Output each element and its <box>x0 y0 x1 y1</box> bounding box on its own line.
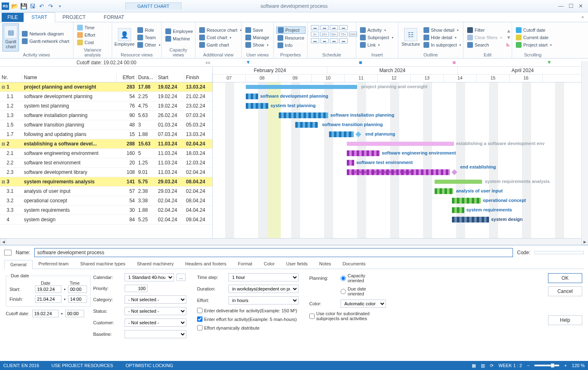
gantt-bar[interactable] <box>452 217 489 222</box>
duedate-radio[interactable]: Due date oriented <box>341 286 369 296</box>
open-icon[interactable]: 📂 <box>11 2 18 10</box>
manage-view-button[interactable]: Manage <box>244 34 270 41</box>
customer-select[interactable]: - Not selected - <box>125 318 186 327</box>
detail-tab[interactable]: General <box>4 260 33 269</box>
gantt-bar[interactable] <box>295 122 318 128</box>
dynamic-checkbox[interactable]: Effort dynamically distribute <box>197 325 300 330</box>
cutoff-date-input[interactable] <box>32 310 59 317</box>
eraser-icon[interactable]: ◣ <box>506 41 511 47</box>
table-row[interactable]: 4system design845.2502.04.2409.04.24 <box>0 215 212 225</box>
detail-tab[interactable]: Shared machine types <box>75 260 131 269</box>
maximize-icon[interactable]: ☐ <box>569 3 574 9</box>
insert-activity-button[interactable]: Activity▾ <box>359 27 395 33</box>
insert-subproject-button[interactable]: Subproject▾ <box>359 34 395 41</box>
help-button[interactable]: Help <box>548 315 582 325</box>
table-row[interactable]: 1.2system test planning764.7519.02.2423.… <box>0 101 212 111</box>
col-effort-header[interactable]: Effort <box>117 74 136 82</box>
gantt-bar[interactable] <box>347 160 354 166</box>
zoom-out-icon[interactable]: − <box>527 363 529 368</box>
hscroll[interactable]: ◀ ▶ <box>0 238 588 245</box>
save2-icon[interactable]: 🖫 <box>29 2 36 10</box>
structure-button[interactable]: ☷Structure <box>401 23 421 52</box>
in-subproject-button[interactable]: In subproject▾ <box>422 42 462 48</box>
status-select[interactable]: - Not selected - <box>125 307 186 315</box>
show-view-button[interactable]: Show▾ <box>244 42 270 48</box>
duration-select[interactable]: in workdays(dependent on project c <box>228 285 299 293</box>
code-input[interactable] <box>534 251 584 254</box>
col-duration-header[interactable]: Dura... <box>136 74 156 82</box>
color-select[interactable]: Automatic color <box>341 300 386 308</box>
hide-detail-button[interactable]: Hide detail▾ <box>422 34 462 41</box>
gantt-bar[interactable] <box>452 207 464 213</box>
vscroll[interactable] <box>581 61 588 240</box>
calendar-browse-button[interactable]: ... <box>176 274 186 281</box>
gantt-bar[interactable] <box>347 150 380 156</box>
gantt-bar[interactable] <box>246 103 268 109</box>
status-icon-3[interactable]: ⟳ <box>490 363 494 368</box>
detail-tab[interactable]: User fields <box>280 260 313 269</box>
resource-properties-button[interactable]: Resource <box>276 35 306 41</box>
show-detail-button[interactable]: Show detail▾ <box>422 27 462 33</box>
detail-tab[interactable]: Documents <box>337 260 372 269</box>
ok-button[interactable]: OK <box>548 273 582 283</box>
table-row[interactable]: 1.3software installation planning905.632… <box>0 111 212 120</box>
capacity-employee-button[interactable]: Employee <box>164 28 194 35</box>
table-row[interactable]: ⊟1project planning and oversight28317.88… <box>0 82 212 92</box>
gantt-chart-area[interactable]: February 2024March 2024April 2024 070809… <box>213 67 588 238</box>
gantt-bar[interactable] <box>246 94 258 99</box>
save-icon[interactable]: 💾 <box>20 2 27 10</box>
category-select[interactable]: - Not selected - <box>125 295 186 304</box>
cancel-button[interactable]: Cancel <box>548 286 582 296</box>
tab-file[interactable]: FILE <box>2 13 24 22</box>
table-row[interactable]: 1.7following and updating plans151.8807.… <box>0 130 212 139</box>
qat-dropdown-icon[interactable]: ▾ <box>56 2 64 10</box>
variance-cost-button[interactable]: Cost <box>76 39 109 46</box>
table-row[interactable]: 2.1software engineering environment16051… <box>0 149 212 158</box>
cutoff-date-button[interactable]: Cutoff date <box>515 27 553 33</box>
start-date-input[interactable] <box>35 286 61 293</box>
table-row[interactable]: 1.5software transition planning48301.03.… <box>0 120 212 130</box>
zoom-in-icon[interactable]: + <box>564 363 567 368</box>
variance-effort-button[interactable]: Effort <box>76 32 109 38</box>
table-row[interactable]: ⊟3system requirements analysis1415.7529.… <box>0 177 212 187</box>
role-button[interactable]: Role <box>136 27 162 33</box>
tab-project[interactable]: PROJECT <box>55 13 93 22</box>
calendar-select[interactable]: 1 Standard 40-hour worl <box>125 273 174 281</box>
finish-time-input[interactable] <box>68 295 87 303</box>
capacity-machine-button[interactable]: Machine <box>164 35 194 42</box>
table-row[interactable]: 1.1software development planning542.2519… <box>0 92 212 101</box>
ribbon-collapse-icon[interactable]: ^ <box>577 14 588 22</box>
table-row[interactable]: 3.3system requirements301.8802.04.2404.0… <box>0 206 212 215</box>
tab-start[interactable]: START <box>24 12 55 22</box>
save-view-button[interactable]: Save <box>244 27 270 33</box>
table-row[interactable]: ⊟2establishing a software devel...28815.… <box>0 139 212 149</box>
table-row[interactable]: 3.2operational concept543.3802.04.2408.0… <box>0 196 212 206</box>
detail-tab[interactable]: Preferred team <box>33 260 74 269</box>
gantt-bar[interactable] <box>246 85 357 89</box>
scroll-left-icon[interactable]: ◀ <box>0 239 7 245</box>
detail-tab[interactable]: Color <box>258 260 280 269</box>
table-row[interactable]: 3.1analysis of user input572.3829.03.240… <box>0 187 212 196</box>
deliverable-checkbox[interactable]: Enter deliverable for activity(Example: … <box>197 308 300 313</box>
usecolor-checkbox[interactable]: Use color for subordinated subprojects a… <box>309 311 383 321</box>
detail-tab[interactable]: Shared machinery <box>131 260 179 269</box>
col-start-header[interactable]: Start <box>156 74 184 82</box>
effort-checkbox[interactable]: Enter effort for activity(Example: 5 man… <box>197 316 300 322</box>
network-diagram-button[interactable]: Network diagram <box>21 30 71 37</box>
timestep-select[interactable]: 1 hour <box>228 273 299 281</box>
info-button[interactable]: Info <box>276 42 306 49</box>
team-button[interactable]: Team <box>136 34 162 41</box>
close-icon[interactable]: ✕ <box>579 3 583 9</box>
col-name-header[interactable]: Name <box>22 74 117 82</box>
variance-time-button[interactable]: Time <box>76 24 109 31</box>
resource-chart-button[interactable]: Resource chart▾ <box>198 27 243 33</box>
minimize-icon[interactable]: — <box>558 3 564 9</box>
project-start-button[interactable]: Project start▾ <box>515 42 553 48</box>
gantt-bar[interactable] <box>435 188 453 194</box>
filter-button[interactable]: Filter <box>466 27 503 33</box>
clear-filters-button[interactable]: Clear filters▾ <box>466 34 503 41</box>
capacity-radio[interactable]: Capacity oriented <box>341 273 369 283</box>
status-week[interactable]: WEEK 1 : 2 <box>499 363 522 368</box>
finish-date-input[interactable] <box>35 295 61 303</box>
status-zoom[interactable]: 120 % <box>572 363 585 368</box>
